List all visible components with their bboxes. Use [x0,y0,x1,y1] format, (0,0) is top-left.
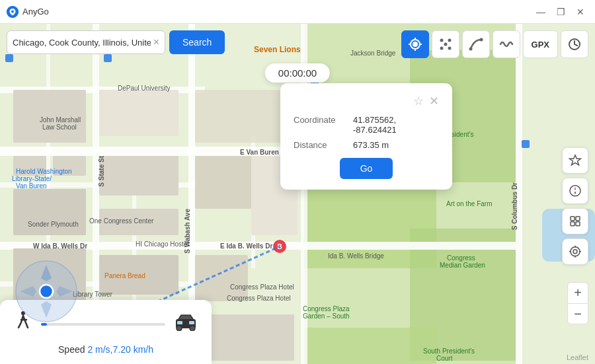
svg-rect-72 [571,216,575,220]
svg-point-58 [448,39,451,42]
right-sidebar [562,147,588,264]
svg-rect-29 [99,209,178,235]
svg-rect-36 [195,255,248,301]
svg-rect-34 [195,90,294,143]
zoom-controls: + − [567,282,588,324]
svg-point-57 [440,39,443,42]
history-button[interactable] [561,30,588,58]
favorite-sidebar-button[interactable] [562,147,588,173]
search-bar: × Search [7,30,225,54]
joystick [13,258,79,324]
svg-point-83 [40,285,53,298]
svg-rect-75 [576,221,580,225]
app-logo [7,6,19,18]
svg-point-63 [479,38,483,42]
svg-point-51 [413,42,418,47]
svg-point-61 [448,47,451,50]
speed-value: 2 m/s,7.20 km/h [87,344,153,355]
svg-rect-16 [516,24,522,364]
svg-point-76 [571,246,580,256]
minimize-button[interactable]: — [533,4,549,20]
map-container[interactable]: B Seven Lions Jackson Bridge Sir Georg S… [0,24,595,364]
go-button[interactable]: Go [340,158,393,179]
popup-close-icon[interactable]: ✕ [429,94,439,108]
timer-display: 00:00:00 [265,63,330,83]
curve-button[interactable] [462,30,490,58]
search-input[interactable] [13,38,151,48]
svg-rect-47 [5,54,13,62]
popup-favorite-icon[interactable]: ☆ [413,94,424,108]
leaflet-badge: Leaflet [567,353,588,361]
multispot-button[interactable] [432,30,459,58]
coordinate-value: 41.875562, -87.624421 [353,115,439,135]
distance-row: Distance 673.35 m [294,140,439,150]
svg-rect-28 [99,156,178,196]
compass-sidebar-button[interactable] [562,177,588,203]
svg-point-59 [444,43,447,46]
svg-text:Seven Lions: Seven Lions [254,45,301,54]
svg-rect-27 [99,90,178,136]
svg-point-77 [573,249,577,253]
target-sidebar-button[interactable] [562,238,588,264]
distance-value: 673.35 m [353,140,389,150]
coordinate-popup: ☆ ✕ Coordinate 41.875562, -87.624421 Dis… [280,83,452,190]
close-button[interactable]: ✕ [573,4,588,20]
clear-search-button[interactable]: × [153,36,159,48]
zoom-out-button[interactable]: − [567,303,588,324]
svg-rect-23 [13,90,86,143]
svg-point-1 [11,10,14,13]
speed-row: Speed 2 m/s,7.20 km/h [13,344,198,355]
layers-sidebar-button[interactable] [562,207,588,234]
svg-rect-74 [571,221,575,225]
svg-rect-46 [104,54,112,62]
svg-rect-69 [177,321,182,324]
search-button[interactable]: Search [169,30,225,54]
distance-label: Distance [294,140,353,150]
app-title: AnyGo [22,7,533,17]
svg-point-68 [190,326,195,331]
wave-button[interactable] [493,30,520,58]
svg-rect-70 [189,321,194,324]
top-toolbar: GPX [401,30,588,58]
svg-rect-24 [13,156,46,176]
restore-button[interactable]: ❐ [553,4,569,20]
svg-point-67 [177,326,182,331]
speed-label: Speed [58,344,85,355]
svg-rect-49 [522,140,530,148]
locate-button[interactable] [401,30,429,58]
popup-header: ☆ ✕ [294,94,439,108]
zoom-in-button[interactable]: + [567,282,588,303]
gpx-button[interactable]: GPX [523,30,558,58]
car-icon[interactable] [173,312,198,336]
svg-rect-25 [53,156,86,176]
svg-rect-26 [13,189,86,235]
coordinate-label: Coordinate [294,115,353,135]
window-controls: — ❐ ✕ [533,4,588,20]
svg-rect-7 [304,328,436,364]
titlebar: AnyGo — ❐ ✕ [0,0,595,24]
svg-text:Jackson Bridge: Jackson Bridge [350,50,396,57]
search-input-wrap[interactable]: × [7,30,165,54]
svg-rect-30 [99,255,178,295]
svg-point-60 [440,47,443,50]
svg-rect-73 [576,216,580,220]
coordinate-row: Coordinate 41.875562, -87.624421 [294,115,439,135]
svg-point-62 [469,48,472,51]
